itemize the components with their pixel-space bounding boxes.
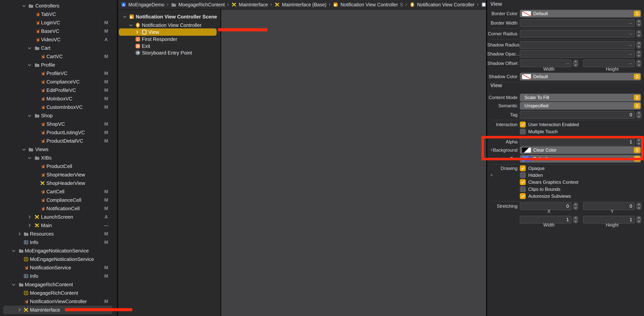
outline-item-storyboard-entry-point[interactable]: Storyboard Entry Point (118, 49, 220, 57)
popup-button-shadow_color[interactable]: Default (520, 73, 641, 80)
sidebar-item-profilevc[interactable]: ProfileVCM (0, 69, 117, 78)
number-field-stretching_wh-2[interactable]: 1 (583, 216, 635, 223)
sidebar-item-profile[interactable]: Profile (0, 61, 117, 69)
sidebar-item-moinboxvc[interactable]: MoInboxVCM (0, 94, 117, 103)
sidebar-item-moengagenotiicationservice[interactable]: MoEngageNotiicationService (0, 246, 117, 255)
disclosure-chevron-right-icon[interactable] (28, 223, 32, 228)
breadcrumb-item-maininterface-base-[interactable]: MainInterface (Base) (274, 2, 326, 8)
popup-button-semantic[interactable]: Unspecified (520, 102, 641, 110)
sidebar-item-shopheaderview[interactable]: ShopHeaderView (0, 171, 117, 179)
disclosure-chevron-down-icon[interactable] (129, 23, 133, 27)
disclosure-chevron-down-icon[interactable] (12, 282, 16, 287)
sidebar-item-basevc[interactable]: BaseVCM (0, 27, 117, 35)
outline-item-view[interactable]: View (118, 28, 220, 36)
connect-attribute-plus-button[interactable]: + (489, 172, 494, 178)
disclosure-chevron-down-icon[interactable] (28, 63, 32, 67)
stepper-control[interactable] (573, 60, 578, 67)
disclosure-chevron-right-icon[interactable] (135, 30, 139, 34)
outline-item-exit[interactable]: Exit (118, 42, 220, 50)
sidebar-item-cart[interactable]: Cart (0, 44, 117, 52)
stepper-control[interactable] (636, 30, 641, 38)
sidebar-item-info[interactable]: InfoM (0, 272, 117, 280)
sidebar-item-controllers[interactable]: Controllers (0, 2, 117, 10)
breadcrumb-item-notification-view-controller[interactable]: Notification View ControllerS (333, 2, 403, 8)
stepper-control[interactable] (636, 19, 641, 27)
sidebar-item-compliancecell[interactable]: ComplianceCellM (0, 196, 117, 204)
sidebar-item-resources[interactable]: ResourcesM (0, 230, 117, 238)
number-field-border_width[interactable]: -- (520, 19, 635, 27)
disclosure-chevron-down-icon[interactable] (123, 15, 127, 19)
breadcrumb-item-moengagedemo[interactable]: AMoEngageDemo (121, 2, 164, 8)
stepper-control[interactable] (636, 111, 641, 118)
popup-stepper-cap[interactable] (634, 74, 640, 79)
sidebar-item-shop[interactable]: Shop (0, 111, 117, 120)
sidebar-item-cartvc[interactable]: CartVCM (0, 52, 117, 61)
sidebar-item-main[interactable]: Main— (0, 221, 117, 230)
disclosure-chevron-down-icon[interactable] (28, 113, 32, 118)
disclosure-chevron-right-icon[interactable] (18, 232, 22, 236)
stepper-control[interactable] (636, 50, 641, 58)
sidebar-item-productcell[interactable]: ProductCell (0, 162, 117, 171)
disclosure-chevron-down-icon[interactable] (22, 4, 26, 8)
sidebar-item-notificationcell[interactable]: NotificationCellM (0, 204, 117, 213)
sidebar-item-xibs[interactable]: XIBs (0, 153, 117, 162)
sidebar-item-label: Cart (41, 45, 50, 51)
breadcrumb-item-moegagerichcontent[interactable]: MoegageRichContent (171, 2, 225, 8)
sidebar-item-moegagerichcontent[interactable]: MoegageRichContent (0, 280, 117, 289)
sidebar-item-notificationviewcontroller[interactable]: NotificationViewControllerM (0, 297, 117, 306)
checkbox-autoresize[interactable] (520, 193, 526, 199)
sidebar-item-productlistingvc[interactable]: ProductListingVCM (0, 128, 117, 137)
sidebar-item-shopheaderview[interactable]: ShopHeaderView (0, 179, 117, 187)
number-field-corner_radius[interactable]: -- (520, 30, 635, 38)
sidebar-item-loginvc[interactable]: LoginVCM (0, 19, 117, 27)
checkbox-clears_graphics[interactable] (520, 179, 526, 185)
popup-button-border_color[interactable]: Default (520, 10, 641, 18)
stepper-control[interactable] (636, 41, 641, 49)
disclosure-chevron-down-icon[interactable] (22, 147, 26, 151)
outline-item-first-responder[interactable]: 1First Responder (118, 35, 220, 43)
breadcrumb-item-notification-view-controller[interactable]: Notification View Controller (410, 2, 474, 8)
breadcrumb-item-maininterface[interactable]: MainInterface (231, 2, 268, 8)
number-field-tag[interactable]: 0 (520, 111, 635, 119)
sidebar-item-moengagenotiicationservice[interactable]: MoEngageNotiicationService (0, 255, 117, 263)
number-field-shadow_offset-2[interactable]: -- (583, 60, 635, 67)
stepper-control[interactable] (573, 216, 578, 223)
sidebar-item-compliancevc[interactable]: ComplianceVCM (0, 78, 117, 86)
sidebar-item-shopvc[interactable]: ShopVCM (0, 120, 117, 128)
popup-button-content_mode[interactable]: Scale To Fill (520, 94, 641, 101)
sidebar-item-moegagerichcontent[interactable]: MoegageRichContent (0, 289, 117, 297)
disclosure-chevron-down-icon[interactable] (28, 46, 32, 50)
outline-item-notification-view-controller-scene[interactable]: Notification View Controller Scene (118, 13, 220, 21)
disclosure-chevron-right-icon[interactable] (28, 215, 32, 219)
popup-stepper-cap[interactable] (634, 95, 640, 100)
number-field-shadow_opacity[interactable]: -- (520, 50, 635, 58)
sidebar-item-productdetailvc[interactable]: ProductDetailVCM (0, 137, 117, 145)
disclosure-chevron-down-icon[interactable] (12, 249, 16, 253)
sidebar-item-info[interactable]: InfoM (0, 238, 117, 246)
checkbox-user_interaction[interactable] (520, 121, 526, 127)
disclosure-chevron-right-icon[interactable] (18, 308, 22, 312)
appext-file-icon-wrap (23, 290, 29, 296)
sidebar-item-cartcell[interactable]: CartCellM (0, 187, 117, 196)
disclosure-chevron-down-icon[interactable] (28, 156, 32, 160)
breadcrumb-item-view[interactable]: View (481, 2, 486, 8)
sidebar-item-editprofilevc[interactable]: EditProfileVCM (0, 86, 117, 94)
checkbox-multiple_touch[interactable] (520, 129, 526, 134)
stepper-control[interactable] (636, 216, 641, 223)
popup-stepper-cap[interactable] (634, 103, 640, 109)
sidebar-item-videovc[interactable]: VideoVCA (0, 35, 117, 44)
sidebar-item-tabvc[interactable]: TabVC (0, 10, 117, 19)
outline-item-notification-view-controller[interactable]: Notification View Controller (118, 21, 220, 29)
popup-stepper-cap[interactable] (634, 11, 640, 17)
number-field-shadow_radius[interactable]: -- (520, 41, 635, 49)
sidebar-item-launchscreen[interactable]: LaunchScreenA (0, 213, 117, 221)
number-field-stretching_wh-1[interactable]: 1 (520, 216, 572, 223)
checkbox-hidden[interactable] (520, 172, 526, 178)
sidebar-item-views[interactable]: Views (0, 145, 117, 153)
checkbox-clips[interactable] (520, 186, 526, 192)
stepper-control[interactable] (636, 60, 641, 67)
sidebar-item-notificationservice[interactable]: NotificationServiceM (0, 263, 117, 272)
sidebar-item-custominboxvc[interactable]: CustomInboxVCM (0, 103, 117, 111)
number-field-shadow_offset-1[interactable]: -- (520, 60, 572, 67)
checkbox-opaque[interactable] (520, 165, 526, 171)
